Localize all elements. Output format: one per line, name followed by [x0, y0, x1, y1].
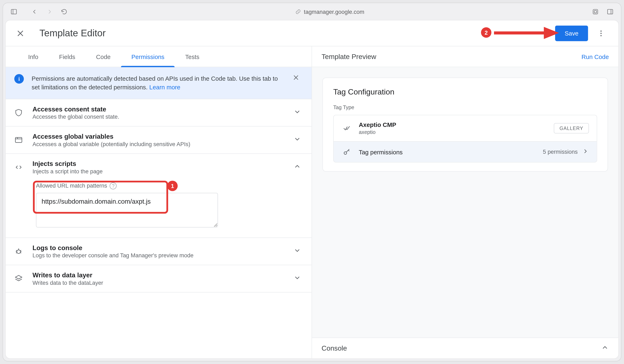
tabs: Info Fields Code Permissions Tests [5, 47, 312, 67]
svg-rect-13 [15, 137, 22, 142]
tag-config-card: Tag Configuration Tag Type Axeptio CMP [322, 78, 608, 172]
chevron-down-icon [293, 135, 301, 144]
tab-fields[interactable]: Fields [49, 47, 86, 67]
chevron-down-icon [293, 247, 301, 256]
tabs-icon[interactable] [604, 5, 617, 18]
gallery-button[interactable]: GALLERY [554, 123, 589, 133]
shield-icon [13, 108, 25, 117]
banner-text: Permissions are automatically detected b… [32, 74, 281, 92]
checkmarks-icon [341, 124, 352, 132]
perm-head[interactable]: Writes to data layer Writes data to the … [5, 265, 312, 292]
svg-rect-2 [593, 9, 598, 14]
close-icon[interactable] [12, 25, 29, 42]
svg-rect-0 [11, 9, 17, 14]
chevron-down-icon [293, 108, 301, 117]
perm-writes-datalayer: Writes to data layer Writes data to the … [5, 265, 312, 292]
editor-header: Template Editor Save [5, 20, 618, 47]
chevron-down-icon [293, 274, 301, 283]
extensions-icon[interactable] [589, 5, 602, 18]
annotation-rect-1 [33, 181, 168, 214]
svg-line-26 [348, 150, 349, 151]
info-banner: i Permissions are automatically detected… [5, 67, 312, 99]
svg-rect-3 [594, 10, 597, 13]
chevron-up-icon [601, 344, 609, 353]
tab-permissions[interactable]: Permissions [121, 47, 175, 67]
tag-permissions-row[interactable]: Tag permissions 5 permissions [334, 141, 597, 162]
address-bar[interactable]: tagmanager.google.com [72, 8, 587, 15]
learn-more-link[interactable]: Learn more [149, 84, 180, 91]
link-icon [295, 9, 301, 15]
perm-head[interactable]: Injects scripts Injects a script into th… [5, 154, 312, 181]
tab-tests[interactable]: Tests [175, 47, 210, 67]
reload-button[interactable] [57, 5, 71, 18]
preview-header: Template Preview Run Code [312, 47, 619, 67]
url-host: tagmanager.google.com [304, 8, 364, 15]
svg-point-9 [600, 33, 602, 34]
perm-head[interactable]: Logs to console Logs to the developer co… [5, 238, 312, 264]
window-icon [13, 135, 25, 144]
svg-point-8 [600, 30, 602, 32]
save-button[interactable]: Save [555, 25, 588, 41]
key-icon [341, 148, 352, 156]
svg-marker-23 [15, 275, 22, 279]
perm-logs-console: Logs to console Logs to the developer co… [5, 238, 312, 265]
svg-point-10 [600, 35, 602, 36]
tag-row[interactable]: Axeptio CMP axeptio GALLERY [334, 115, 597, 141]
run-code-button[interactable]: Run Code [581, 53, 609, 60]
svg-point-15 [17, 250, 21, 253]
bug-icon [13, 247, 25, 256]
browser-toolbar: tagmanager.google.com [3, 3, 621, 20]
layers-icon [13, 274, 25, 283]
perm-head[interactable]: Accesses consent state Accesses the glob… [5, 99, 312, 126]
svg-rect-4 [607, 9, 613, 14]
console-bar[interactable]: Console [312, 338, 619, 359]
overflow-menu-icon[interactable] [592, 25, 610, 42]
banner-close-icon[interactable] [289, 74, 303, 81]
tab-info[interactable]: Info [18, 47, 49, 67]
code-icon [13, 163, 25, 171]
sidebar-toggle-icon[interactable] [7, 5, 20, 18]
page-title: Template Editor [39, 27, 106, 39]
svg-point-24 [344, 152, 347, 154]
back-button[interactable] [28, 5, 41, 18]
perm-head[interactable]: Accesses global variables Accesses a glo… [5, 126, 312, 153]
perm-global-variables: Accesses global variables Accesses a glo… [5, 126, 312, 154]
chevron-up-icon [293, 163, 301, 172]
forward-button [43, 5, 56, 18]
chevron-right-icon [582, 148, 589, 156]
perm-consent-state: Accesses consent state Accesses the glob… [5, 99, 312, 126]
info-icon: i [14, 74, 24, 84]
right-pane: Template Preview Run Code Tag Configurat… [312, 47, 619, 359]
tab-code[interactable]: Code [86, 47, 121, 67]
